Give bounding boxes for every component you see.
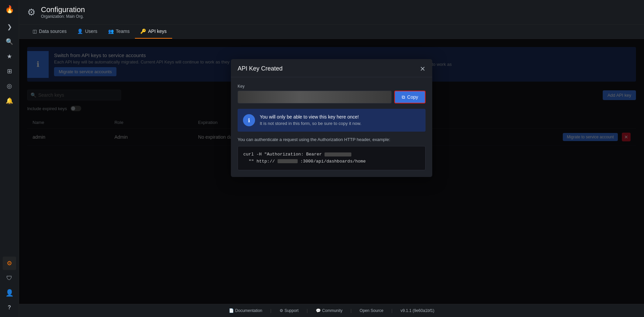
sidebar-item-apps[interactable]: ⊞ [3, 64, 16, 78]
sidebar-item-profile[interactable]: 👤 [3, 286, 16, 300]
code-line-1: curl -H "Authorization: Bearer [243, 151, 420, 158]
shield-icon: 🛡 [6, 275, 12, 282]
modal-header: API Key Created ✕ [231, 59, 432, 77]
datasources-icon: ◫ [33, 29, 37, 34]
info-box: ℹ You will only be able to view this key… [238, 109, 426, 132]
api-key-created-modal: API Key Created ✕ Key ⧉ Copy [231, 59, 432, 177]
bell-icon: 🔔 [6, 97, 13, 104]
sidebar: 🔥 ❯ 🔍 ★ ⊞ ◎ 🔔 ⚙ 🛡 👤 ? [0, 0, 19, 317]
code-block: curl -H "Authorization: Bearer "" http:/… [238, 146, 426, 170]
page-subtitle: Organization: Main Org. [41, 14, 85, 19]
main-content: ⚙ Configuration Organization: Main Org. … [19, 0, 644, 317]
search-icon: 🔍 [6, 38, 13, 45]
apikeys-icon: 🔑 [140, 29, 146, 34]
star-icon: ★ [7, 53, 12, 60]
modal-overlay: API Key Created ✕ Key ⧉ Copy [19, 39, 644, 304]
sidebar-item-shield[interactable]: 🛡 [3, 271, 16, 285]
code-redacted-host [278, 159, 298, 163]
question-icon: ? [8, 305, 11, 311]
info-box-text: You will only be able to view this key h… [260, 114, 361, 126]
main-content-area: ℹ Switch from API keys to service accoun… [19, 39, 644, 304]
sidebar-item-starred[interactable]: ★ [3, 50, 16, 63]
apps-icon: ⊞ [7, 67, 12, 75]
modal-close-button[interactable]: ✕ [420, 65, 426, 72]
tab-teams[interactable]: 👥 Teams [103, 25, 135, 39]
version-label: v9.1.1 (9e60a1bf1) [400, 308, 434, 313]
footer: 📄 Documentation | ⚙ Support | 💬 Communit… [19, 304, 644, 317]
tab-teams-label: Teams [116, 29, 130, 34]
copy-button[interactable]: ⧉ Copy [394, 91, 426, 103]
auth-description: You can authenticate a request using the… [238, 137, 426, 142]
footer-support-link[interactable]: ⚙ Support [280, 308, 299, 313]
page-title: Configuration [41, 5, 85, 14]
modal-body: Key ⧉ Copy ℹ You will only be able to vi… [231, 77, 432, 177]
tab-data-sources-label: Data sources [39, 29, 66, 34]
tab-data-sources[interactable]: ◫ Data sources [27, 25, 72, 39]
modal-title: API Key Created [238, 65, 283, 72]
footer-docs-link[interactable]: 📄 Documentation [229, 308, 262, 313]
info-title: You will only be able to view this key h… [260, 114, 361, 120]
footer-opensource-link[interactable]: Open Source [360, 308, 384, 313]
sidebar-item-notifications[interactable]: 🔔 [3, 94, 16, 107]
sidebar-item-configuration[interactable]: ⚙ [3, 257, 16, 270]
key-row: ⧉ Copy [238, 91, 426, 103]
page-header-text: Configuration Organization: Main Org. [41, 5, 85, 19]
copy-icon: ⧉ [402, 94, 405, 100]
alerting-icon: ◎ [7, 82, 12, 90]
chevron-right-icon: ❯ [7, 23, 12, 31]
key-label: Key [238, 84, 426, 89]
user-icon: 👤 [5, 289, 14, 297]
page-header-icon: ⚙ [27, 7, 36, 18]
community-icon: 💬 [316, 308, 321, 313]
tab-users[interactable]: 👤 Users [72, 25, 103, 39]
sidebar-logo: 🔥 [3, 3, 16, 16]
docs-icon: 📄 [229, 308, 234, 313]
api-key-value [238, 91, 392, 103]
users-icon: 👤 [77, 29, 83, 34]
support-icon: ⚙ [280, 308, 283, 313]
info-body: It is not stored in this form, so be sur… [260, 121, 361, 126]
tabs-bar: ◫ Data sources 👤 Users 👥 Teams 🔑 API key… [19, 25, 644, 39]
page-header: ⚙ Configuration Organization: Main Org. [19, 0, 644, 25]
tab-users-label: Users [85, 29, 97, 34]
copy-button-label: Copy [407, 94, 418, 100]
gear-icon: ⚙ [7, 260, 12, 267]
footer-community-link[interactable]: 💬 Community [316, 308, 343, 313]
sidebar-item-help[interactable]: ? [3, 301, 16, 314]
tab-api-keys-label: API keys [148, 29, 166, 34]
sidebar-item-search[interactable]: 🔍 [3, 35, 16, 48]
teams-icon: 👥 [108, 29, 114, 34]
sidebar-item-chevron[interactable]: ❯ [3, 20, 16, 34]
code-redacted-token [325, 152, 351, 156]
sidebar-item-alerting[interactable]: ◎ [3, 79, 16, 93]
tab-api-keys[interactable]: 🔑 API keys [135, 25, 172, 39]
code-line-2: "" http:// :3000/api/dashboards/home [243, 158, 420, 165]
info-icon: ℹ [243, 114, 255, 126]
